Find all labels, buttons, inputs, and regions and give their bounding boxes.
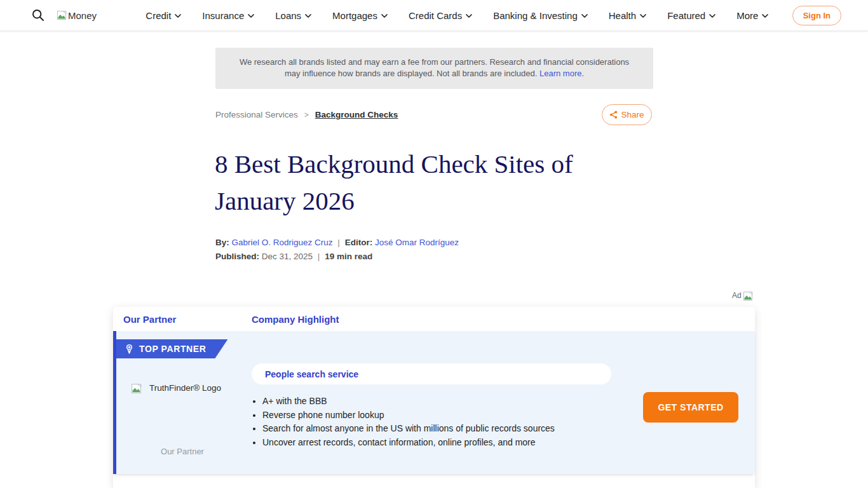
nav-item-credit[interactable]: Credit <box>146 10 181 21</box>
service-category-pill: People search service <box>252 363 611 384</box>
published-label: Published: <box>215 252 259 261</box>
breadcrumb-current-link[interactable]: Background Checks <box>315 110 398 119</box>
highlight-bullet: Reverse phone number lookup <box>262 409 593 423</box>
top-nav-bar: Money Credit Insurance Loans Mortgages C… <box>0 0 868 30</box>
nav-item-featured[interactable]: Featured <box>667 10 715 21</box>
by-label: By: <box>215 238 229 247</box>
byline: By: Gabriel O. Rodriguez Cruz | Editor: … <box>215 238 459 247</box>
search-icon[interactable] <box>32 8 46 22</box>
broken-image-icon <box>57 10 67 20</box>
ad-label: Ad <box>732 291 742 300</box>
share-icon <box>609 111 618 119</box>
highlight-bullet: A+ with the BBB <box>262 395 593 409</box>
column-header-our-partner: Our Partner <box>123 314 252 325</box>
share-button[interactable]: Share <box>602 104 652 125</box>
main-nav: Credit Insurance Loans Mortgages Credit … <box>135 10 780 21</box>
published-separator: | <box>318 252 320 261</box>
top-partner-row: TOP PARTNER TruthFinder® Logo Our Partne… <box>113 331 755 474</box>
read-time: 19 min read <box>325 252 372 261</box>
medal-icon <box>125 344 133 355</box>
logo-text: Money <box>68 10 97 21</box>
money-logo[interactable]: Money <box>57 10 97 21</box>
published-date: Dec 31, 2025 <box>262 252 313 261</box>
ad-marker: Ad <box>732 291 753 301</box>
chevron-down-icon <box>640 14 646 18</box>
nav-item-more[interactable]: More <box>736 10 768 21</box>
nav-item-mortgages[interactable]: Mortgages <box>332 10 388 21</box>
chevron-down-icon <box>709 14 715 18</box>
nav-item-health[interactable]: Health <box>609 10 646 21</box>
breadcrumb: Professional Services > Background Check… <box>215 110 398 119</box>
highlight-bullet-list: A+ with the BBB Reverse phone number loo… <box>262 395 593 449</box>
column-header-company-highlight: Company Highlight <box>252 314 339 325</box>
partner-caption: Our Partner <box>132 447 233 456</box>
share-label: Share <box>621 110 644 119</box>
breadcrumb-parent-link[interactable]: Professional Services <box>215 110 298 119</box>
top-partner-badge: TOP PARTNER <box>116 339 227 358</box>
get-started-button[interactable]: GET STARTED <box>643 392 738 423</box>
service-category-label: People search service <box>265 369 358 379</box>
nav-item-loans[interactable]: Loans <box>275 10 311 21</box>
highlight-bullet: Search for almost anyone in the US with … <box>262 422 593 436</box>
highlight-bullet: Uncover arrest records, contact informat… <box>262 436 593 450</box>
broken-image-icon <box>743 291 753 301</box>
nav-item-banking-investing[interactable]: Banking & Investing <box>493 10 588 21</box>
chevron-down-icon <box>762 14 768 18</box>
chevron-down-icon <box>248 14 254 18</box>
partner-comparison-table: Our Partner Company Highlight TOP PARTNE… <box>113 307 755 488</box>
chevron-down-icon <box>381 14 388 18</box>
author-link[interactable]: Gabriel O. Rodriguez Cruz <box>232 238 333 247</box>
page-title: 8 Best Background Check Sites of January… <box>215 146 654 219</box>
top-partner-label: TOP PARTNER <box>139 344 206 354</box>
sign-in-button[interactable]: Sign In <box>792 6 841 25</box>
partner-logo[interactable]: TruthFinder® Logo <box>132 383 221 394</box>
next-partner-row-partial <box>113 474 755 488</box>
table-header-row: Our Partner Company Highlight <box>113 307 755 331</box>
chevron-down-icon <box>175 14 181 18</box>
editor-link[interactable]: José Omar Rodríguez <box>375 238 459 247</box>
affiliate-disclaimer: We research all brands listed and may ea… <box>215 48 653 89</box>
breadcrumb-separator: > <box>304 111 309 119</box>
broken-image-icon <box>132 383 142 394</box>
nav-item-insurance[interactable]: Insurance <box>202 10 254 21</box>
learn-more-link[interactable]: Learn more. <box>539 69 584 78</box>
chevron-down-icon <box>305 14 311 18</box>
published-line: Published: Dec 31, 2025 | 19 min read <box>215 252 372 261</box>
chevron-down-icon <box>581 14 588 18</box>
partner-logo-alt-text: TruthFinder® Logo <box>149 383 221 393</box>
nav-item-credit-cards[interactable]: Credit Cards <box>409 10 472 21</box>
byline-separator: | <box>337 238 340 247</box>
chevron-down-icon <box>466 14 472 18</box>
editor-label: Editor: <box>345 238 373 247</box>
